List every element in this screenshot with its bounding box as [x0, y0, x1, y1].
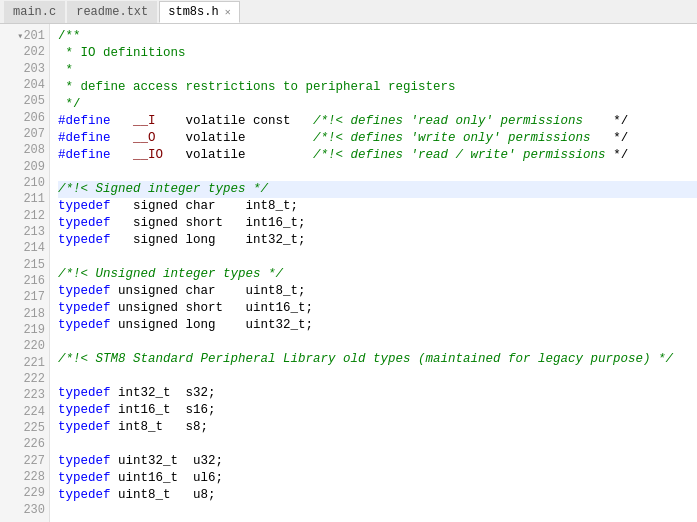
line-number: 213 [0, 224, 49, 240]
code-line: typedef signed char int8_t; [58, 198, 697, 215]
code-line: #define __I volatile const /*!< defines … [58, 113, 697, 130]
line-number: 217 [0, 289, 49, 305]
code-area[interactable]: /** * IO definitions * * define access r… [50, 24, 697, 522]
code-line: /*!< Signed integer types */ [58, 181, 697, 198]
code-line: /** [58, 28, 697, 45]
line-number: 207 [0, 126, 49, 142]
code-line: typedef unsigned char uint8_t; [58, 283, 697, 300]
code-line: /*!< STM8 Standard Peripheral Library ol… [58, 351, 697, 368]
fold-icon[interactable]: ▾ [11, 30, 23, 42]
line-number: 203 [0, 61, 49, 77]
line-number: 222 [0, 371, 49, 387]
line-number: 215 [0, 257, 49, 273]
code-line: typedef int32_t s32; [58, 385, 697, 402]
line-numbers: ▾201202203204205206207208209210211212213… [0, 24, 50, 522]
code-line: */ [58, 96, 697, 113]
code-line [58, 368, 697, 385]
tab-stm8s[interactable]: stm8s.h ✕ [159, 1, 239, 23]
code-line [58, 504, 697, 521]
code-line [58, 164, 697, 181]
code-line: * [58, 62, 697, 79]
line-number: 202 [0, 44, 49, 60]
line-number: 211 [0, 191, 49, 207]
line-number: 208 [0, 142, 49, 158]
line-number: 228 [0, 469, 49, 485]
code-line: typedef uint8_t u8; [58, 487, 697, 504]
code-line: typedef unsigned long uint32_t; [58, 317, 697, 334]
line-number: 219 [0, 322, 49, 338]
line-number: 204 [0, 77, 49, 93]
line-number: 221 [0, 355, 49, 371]
code-line [58, 436, 697, 453]
line-number: 226 [0, 436, 49, 452]
line-number: 212 [0, 208, 49, 224]
line-number: ▾201 [0, 28, 49, 44]
code-line: typedef signed long int32_t; [58, 232, 697, 249]
line-number: 209 [0, 159, 49, 175]
line-number: 205 [0, 93, 49, 109]
line-number: 216 [0, 273, 49, 289]
code-line: typedef uint32_t u32; [58, 453, 697, 470]
code-line: typedef int8_t s8; [58, 419, 697, 436]
code-line: typedef uint16_t ul6; [58, 470, 697, 487]
code-line: * IO definitions [58, 45, 697, 62]
line-number: 218 [0, 306, 49, 322]
line-number: 214 [0, 240, 49, 256]
tab-main-c[interactable]: main.c [4, 1, 65, 23]
code-line: /*!< Unsigned integer types */ [58, 266, 697, 283]
code-line: * define access restrictions to peripher… [58, 79, 697, 96]
code-line: #define __IO volatile /*!< defines 'read… [58, 147, 697, 164]
close-icon[interactable]: ✕ [225, 6, 231, 18]
code-line: typedef int16_t s16; [58, 402, 697, 419]
code-line [58, 334, 697, 351]
line-number: 224 [0, 404, 49, 420]
line-number: 220 [0, 338, 49, 354]
line-number: 225 [0, 420, 49, 436]
line-number: 206 [0, 110, 49, 126]
code-line: #define __O volatile /*!< defines 'write… [58, 130, 697, 147]
line-number: 230 [0, 502, 49, 518]
line-number: 229 [0, 485, 49, 501]
line-number: 210 [0, 175, 49, 191]
line-number: 223 [0, 387, 49, 403]
code-line [58, 249, 697, 266]
tab-readme[interactable]: readme.txt [67, 1, 157, 23]
code-line: typedef unsigned short uint16_t; [58, 300, 697, 317]
line-number: 227 [0, 453, 49, 469]
code-line: typedef signed short int16_t; [58, 215, 697, 232]
editor-container: ▾201202203204205206207208209210211212213… [0, 24, 697, 522]
tab-bar: main.c readme.txt stm8s.h ✕ [0, 0, 697, 24]
